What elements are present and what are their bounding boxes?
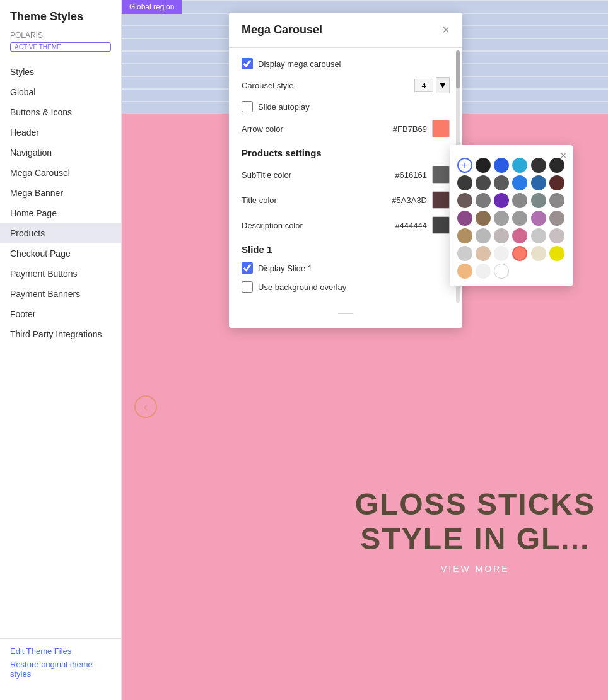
sidebar-item-buttons-icons[interactable]: Buttons & Icons [0, 102, 121, 122]
theme-label: Polaris [0, 31, 121, 42]
title-color-swatch-row: #5A3A3D [392, 191, 450, 209]
sidebar-item-navigation[interactable]: Navigation [0, 143, 121, 163]
subtitle-color-swatch[interactable] [432, 166, 450, 184]
color-dot[interactable] [512, 175, 527, 190]
drag-handle: ⎯⎯⎯ [242, 300, 450, 318]
global-region-bar: Global region [122, 0, 182, 14]
sidebar-nav: Styles Global Buttons & Icons Header Nav… [0, 62, 121, 638]
description-color-swatch[interactable] [432, 216, 450, 234]
sidebar: Theme Styles Polaris ACTIVE THEME Styles… [0, 0, 122, 700]
color-dot[interactable] [476, 228, 491, 243]
arrow-color-hex: #FB7B69 [393, 124, 427, 134]
color-dot[interactable] [549, 228, 564, 243]
color-dot[interactable] [476, 175, 491, 190]
sidebar-item-checkout-page[interactable]: Checkout Page [0, 243, 121, 264]
title-color-hex: #5A3A3D [392, 195, 427, 205]
color-dot-selected[interactable] [512, 246, 527, 261]
carousel-style-row: Carousel style 4 ▼ [242, 77, 450, 93]
sidebar-item-products[interactable]: Products [0, 223, 121, 243]
color-dot[interactable] [457, 228, 472, 243]
arrow-color-label: Arrow color [242, 124, 388, 134]
color-dot[interactable] [457, 211, 472, 226]
display-carousel-checkbox[interactable] [242, 58, 253, 69]
description-color-swatch-row: #444444 [395, 216, 450, 234]
description-color-label: Description color [242, 221, 390, 230]
subtitle-color-swatch-row: #616161 [395, 166, 450, 184]
title-color-swatch[interactable] [432, 191, 450, 209]
modal-close-button[interactable]: × [442, 23, 450, 37]
bg-overlay-wrapper: Use background overlay [242, 281, 346, 293]
color-dot[interactable] [494, 211, 509, 226]
color-dot[interactable] [512, 158, 527, 173]
edit-theme-files-link[interactable]: Edit Theme Files [10, 646, 111, 656]
sidebar-item-header[interactable]: Header [0, 122, 121, 143]
color-dot[interactable] [476, 246, 491, 261]
color-dot[interactable] [531, 228, 546, 243]
sidebar-item-mega-banner[interactable]: Mega Banner [0, 183, 121, 203]
color-dot[interactable] [476, 158, 491, 173]
display-carousel-label: Display mega carousel [258, 59, 341, 69]
color-dot[interactable] [457, 175, 472, 190]
modal-header: Mega Carousel × [229, 13, 462, 48]
color-dot[interactable] [494, 175, 509, 190]
sidebar-footer: Edit Theme Files Restore original theme … [0, 638, 121, 690]
color-dot[interactable] [531, 246, 546, 261]
title-color-label: Title color [242, 195, 387, 205]
color-dot[interactable] [494, 193, 509, 208]
display-slide1-label: Display Slide 1 [258, 264, 312, 273]
color-dot[interactable] [494, 246, 509, 261]
color-dot[interactable] [512, 211, 527, 226]
slide-autoplay-checkbox[interactable] [242, 101, 253, 112]
sidebar-item-home-page[interactable]: Home Page [0, 203, 121, 223]
sidebar-item-global[interactable]: Global [0, 82, 121, 102]
carousel-prev-button[interactable]: ‹ [134, 395, 157, 418]
color-dot[interactable] [476, 211, 491, 226]
sidebar-item-payment-banners[interactable]: Payment Banners [0, 284, 121, 304]
display-carousel-wrapper: Display mega carousel [242, 58, 341, 69]
color-dot[interactable] [549, 246, 564, 261]
color-dot[interactable] [457, 264, 472, 279]
color-picker-close-button[interactable]: × [561, 150, 566, 161]
carousel-style-dropdown[interactable]: ▼ [436, 77, 450, 93]
bg-overlay-checkbox[interactable] [242, 281, 253, 293]
sidebar-item-footer[interactable]: Footer [0, 304, 121, 324]
main-area: Global region S ‹ GLOSS STICKS STYLE IN … [122, 0, 608, 700]
color-dot[interactable] [457, 193, 472, 208]
slide1-title: Slide 1 [242, 244, 450, 255]
color-add-button[interactable]: + [457, 158, 472, 173]
sidebar-item-mega-carousel[interactable]: Mega Carousel [0, 163, 121, 183]
color-dot[interactable] [549, 211, 564, 226]
sidebar-item-third-party[interactable]: Third Party Integrations [0, 324, 121, 344]
color-dot[interactable] [531, 158, 546, 173]
arrow-color-row: Arrow color #FB7B69 [242, 120, 450, 137]
color-picker-popup: × + [450, 145, 573, 286]
active-theme-badge: ACTIVE THEME [10, 42, 111, 52]
color-dot[interactable] [512, 193, 527, 208]
color-dot[interactable] [549, 175, 564, 190]
color-dot[interactable] [457, 246, 472, 261]
color-dot[interactable] [531, 211, 546, 226]
modal-scrollbar-thumb [456, 50, 460, 88]
display-carousel-row: Display mega carousel [242, 58, 450, 69]
color-dot[interactable] [531, 193, 546, 208]
color-dot[interactable] [512, 228, 527, 243]
carousel-style-label: Carousel style [242, 81, 409, 90]
sidebar-item-payment-buttons[interactable]: Payment Buttons [0, 264, 121, 284]
color-dot[interactable] [549, 193, 564, 208]
bg-overlay-row: Use background overlay [242, 281, 450, 293]
color-dot[interactable] [494, 158, 509, 173]
display-slide1-checkbox[interactable] [242, 262, 253, 274]
color-dot[interactable] [476, 193, 491, 208]
carousel-title-1: GLOSS STICKS [355, 487, 595, 522]
color-dot[interactable] [531, 175, 546, 190]
color-grid: + [457, 158, 565, 279]
carousel-text: GLOSS STICKS STYLE IN GL... VIEW MORE [355, 487, 595, 574]
color-dot[interactable] [476, 264, 491, 279]
restore-theme-link[interactable]: Restore original theme styles [10, 660, 111, 679]
title-color-row: Title color #5A3A3D [242, 191, 450, 209]
carousel-title-2: STYLE IN GL... [355, 522, 595, 556]
sidebar-item-styles[interactable]: Styles [0, 62, 121, 82]
color-dot[interactable] [494, 264, 509, 279]
arrow-color-swatch[interactable] [432, 120, 450, 137]
color-dot[interactable] [494, 228, 509, 243]
